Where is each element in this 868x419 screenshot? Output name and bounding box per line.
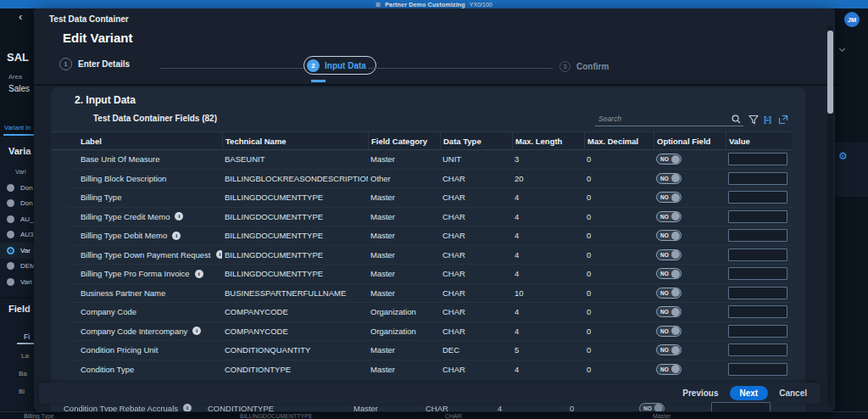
value-input[interactable] [728, 229, 787, 242]
toggle-knob [671, 232, 680, 240]
tab-fields[interactable]: Fi [24, 332, 30, 341]
background-field-label: Ba [19, 370, 27, 377]
value-input[interactable] [728, 305, 787, 318]
variant-radio-item[interactable]: AU_ [0, 211, 34, 227]
optional-field-toggle[interactable]: NO [656, 192, 682, 203]
search-input[interactable] [595, 115, 732, 123]
gear-icon[interactable]: ⚙ [838, 151, 848, 161]
chevron-down-icon[interactable] [839, 47, 846, 53]
max-decimal: 0 [584, 345, 654, 355]
variant-radio-label: AU3 [20, 231, 34, 238]
peek-row-host: Condition Type Rebate AccrualsiCONDITION… [51, 399, 792, 411]
optional-field-toggle[interactable]: NO [639, 403, 665, 411]
info-icon[interactable]: i [175, 212, 183, 221]
value-input[interactable] [728, 267, 787, 280]
variant-radio-item[interactable]: Don [0, 180, 34, 196]
search-icon[interactable] [732, 115, 741, 124]
value-input[interactable] [728, 249, 787, 261]
back-icon[interactable]: ‹ [19, 11, 22, 22]
wizard-step3-label: Confirm [576, 62, 609, 71]
info-icon[interactable]: i [195, 270, 203, 278]
export-icon[interactable] [777, 114, 789, 126]
field-category: Master [368, 231, 440, 240]
radio-icon [7, 199, 14, 207]
variant-radio-item[interactable]: Don [0, 196, 34, 212]
optional-field-toggle[interactable]: NO [656, 249, 682, 260]
previous-button[interactable]: Previous [682, 388, 718, 398]
wizard-step2-label: Input Data [325, 61, 366, 70]
value-input[interactable] [711, 402, 771, 411]
data-type: CHAR [440, 327, 512, 336]
column-header[interactable]: Technical Name [222, 132, 368, 149]
value-input[interactable] [728, 363, 787, 376]
table-body: Base Unit Of MeasureBASEUNITMasterUNIT30… [51, 150, 792, 379]
background-row-technical-name: BILLINGDOCUMENTTYPE [240, 413, 313, 419]
max-length: 4 [512, 365, 584, 374]
toggle-state-label: NO [660, 156, 669, 162]
info-icon[interactable]: i [192, 327, 201, 335]
column-header[interactable]: Label [68, 132, 222, 149]
info-icon[interactable]: i [216, 250, 223, 259]
field-label: Company Code Intercompany [81, 327, 187, 336]
field-label: Billing Type Credit Memo [81, 212, 170, 221]
variant-radio-item[interactable]: Var [0, 243, 34, 259]
wizard-step-confirm[interactable]: 3 Confirm [559, 61, 609, 72]
column-header[interactable]: Value [726, 132, 792, 149]
column-header[interactable]: Max. Length [512, 132, 584, 149]
variant-radio-item[interactable]: Vari [0, 274, 34, 290]
wizard-step-enter-details[interactable]: 1 Enter Details [59, 58, 130, 70]
info-icon[interactable]: i [172, 232, 181, 240]
column-header[interactable]: Data Type [440, 132, 512, 149]
optional-field-toggle[interactable]: NO [656, 173, 682, 184]
value-input[interactable] [728, 191, 787, 204]
value-input[interactable] [728, 153, 787, 165]
filter-icon[interactable] [748, 114, 760, 126]
value-input[interactable] [728, 210, 787, 223]
optional-field-toggle[interactable]: NO [656, 268, 682, 279]
optional-field-toggle[interactable]: NO [656, 211, 682, 222]
field-category: Master [351, 404, 423, 411]
max-length: 4 [512, 250, 584, 260]
radio-icon [7, 278, 14, 286]
table-row: Billing Type Credit MemoiBILLINGDOCUMENT… [68, 208, 792, 227]
field-label: Condition Type [81, 365, 134, 374]
optional-field-toggle[interactable]: NO [656, 306, 682, 317]
background-fields-panel [0, 299, 34, 411]
toggle-state-label: NO [660, 252, 669, 258]
max-decimal: 0 [584, 365, 654, 374]
wizard-step-input-data[interactable]: 2 Input Data [303, 56, 376, 75]
shell-bar-system: YX0/100 [470, 2, 492, 8]
info-icon[interactable]: i [183, 404, 192, 411]
wizard-step3-number: 3 [559, 61, 570, 72]
user-avatar[interactable]: JM [844, 12, 860, 27]
column-header[interactable]: Max. Decimal [584, 132, 654, 149]
value-input[interactable] [728, 172, 787, 185]
background-field-label: La [21, 352, 29, 360]
column-header[interactable]: Field Category [368, 132, 440, 149]
optional-field-toggle[interactable]: NO [656, 326, 682, 337]
optional-field-toggle[interactable]: NO [656, 364, 682, 375]
column-header[interactable]: Optional Field [654, 132, 726, 149]
technical-name: BILLINGDOCUMENTTYPE [222, 269, 368, 278]
tab-variant[interactable]: Variant In [4, 124, 31, 131]
toggle-state-label: NO [660, 176, 669, 182]
max-length: 5 [512, 345, 584, 355]
value-input[interactable] [728, 287, 787, 299]
optional-field-toggle[interactable]: NO [656, 154, 682, 165]
max-decimal: 0 [584, 288, 654, 298]
radio-icon [7, 247, 14, 254]
field-label: Condition Type Rebate Accruals [64, 404, 178, 411]
optional-field-toggle[interactable]: NO [656, 230, 682, 241]
optional-field-toggle[interactable]: NO [656, 344, 682, 355]
variant-radio-item[interactable]: AU3 [0, 227, 34, 243]
technical-name: BUSINESSPARTNERFULLNAME [222, 288, 368, 298]
value-input[interactable] [728, 344, 787, 356]
group-icon[interactable]: [≡] [761, 114, 773, 126]
optional-field-toggle[interactable]: NO [656, 288, 682, 299]
variant-radio-item[interactable]: DEM [0, 259, 34, 275]
cancel-button[interactable]: Cancel [779, 388, 807, 398]
dialog-scrollbar-thumb[interactable] [827, 31, 833, 114]
table-header-row: LabelTechnical NameField CategoryData Ty… [51, 131, 792, 150]
table-row: Billing Block DescriptionBILLINGBLOCKREA… [68, 170, 792, 189]
value-input[interactable] [728, 325, 787, 338]
